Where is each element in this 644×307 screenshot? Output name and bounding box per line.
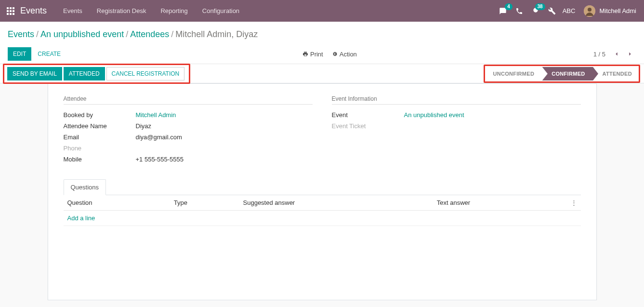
svg-point-10	[588, 8, 591, 12]
status-confirmed-label: CONFIRMED	[552, 71, 585, 77]
user-name: Mitchell Admi	[599, 7, 636, 14]
event-info-group: Event Information Event An unpublished e…	[332, 95, 581, 165]
action-label: Action	[340, 51, 357, 58]
mobile-label: Mobile	[64, 156, 136, 163]
nav-item-configuration[interactable]: Configuration	[196, 1, 246, 20]
user-menu[interactable]: Mitchell Admi	[580, 5, 640, 17]
add-line-button[interactable]: Add a line	[67, 214, 95, 222]
gear-icon	[332, 51, 338, 57]
breadcrumb: Events/ An unpublished event/ Attendees/…	[8, 27, 636, 44]
svg-rect-6	[7, 13, 9, 15]
tab-questions[interactable]: Questions	[64, 179, 106, 195]
booked-by-value[interactable]: Mitchell Admin	[136, 111, 313, 119]
svg-rect-3	[7, 10, 9, 12]
print-button[interactable]: Print	[302, 51, 323, 58]
print-label: Print	[310, 51, 323, 58]
table-row: Add a line	[64, 211, 581, 226]
print-icon	[302, 51, 308, 57]
mobile-value: +1 555-555-5555	[136, 156, 313, 163]
company-selector[interactable]: ABC	[563, 7, 576, 14]
form-area: Attendee Booked by Mitchell Admin Attend…	[0, 83, 644, 300]
phone-label: Phone	[64, 145, 136, 152]
status-confirmed[interactable]: CONFIRMED	[542, 67, 592, 80]
svg-rect-5	[13, 10, 14, 12]
messages-badge: 4	[505, 3, 513, 10]
nav-item-reporting[interactable]: Reporting	[154, 1, 194, 20]
questions-table: Question Type Suggested answer Text answ…	[64, 195, 581, 265]
event-info-group-label: Event Information	[332, 95, 581, 105]
phone-icon[interactable]	[513, 5, 525, 17]
send-by-email-button[interactable]: SEND BY EMAIL	[7, 67, 62, 80]
svg-rect-8	[13, 13, 14, 15]
phone-value	[136, 145, 313, 152]
nav-item-registration-desk[interactable]: Registration Desk	[90, 1, 153, 20]
breadcrumb-attendees[interactable]: Attendees	[130, 29, 169, 40]
app-title[interactable]: Events	[20, 6, 47, 16]
status-attended-label: ATTENDED	[603, 71, 632, 77]
top-navbar: Events Events Registration Desk Reportin…	[0, 0, 644, 22]
form-sheet: Attendee Booked by Mitchell Admin Attend…	[48, 83, 597, 300]
svg-rect-7	[10, 13, 12, 15]
status-attended[interactable]: ATTENDED	[593, 67, 637, 80]
email-value: diya@gmail.com	[136, 133, 313, 141]
event-ticket-value	[404, 122, 581, 130]
debug-icon[interactable]	[546, 5, 558, 17]
event-label: Event	[332, 111, 404, 119]
breadcrumb-current: Mitchell Admin, Diyaz	[175, 29, 258, 40]
event-ticket-label: Event Ticket	[332, 122, 404, 130]
breadcrumb-events[interactable]: Events	[8, 29, 34, 40]
attendee-name-label: Attendee Name	[64, 122, 136, 130]
attendee-name-value: Diyaz	[136, 122, 313, 130]
breadcrumb-event[interactable]: An unpublished event	[40, 29, 124, 40]
event-value[interactable]: An unpublished event	[404, 111, 581, 119]
attendee-group-label: Attendee	[64, 95, 313, 105]
action-bar: SEND BY EMAIL ATTENDED CANCEL REGISTRATI…	[0, 64, 644, 83]
booked-by-label: Booked by	[64, 111, 136, 119]
messages-icon[interactable]: 4	[497, 5, 509, 17]
pager-next[interactable]	[624, 49, 636, 59]
cancel-registration-button[interactable]: CANCEL REGISTRATION	[106, 67, 185, 80]
edit-button[interactable]: EDIT	[8, 47, 31, 61]
activities-badge: 38	[535, 3, 545, 10]
attended-button[interactable]: ATTENDED	[64, 67, 105, 80]
col-type[interactable]: Type	[170, 195, 239, 211]
col-options-icon[interactable]: ⋮	[567, 195, 581, 211]
create-button[interactable]: CREATE	[32, 47, 66, 61]
pager-prev[interactable]	[610, 49, 623, 59]
svg-rect-1	[10, 7, 12, 9]
nav-menu: Events Registration Desk Reporting Confi…	[56, 1, 246, 20]
svg-rect-4	[10, 10, 12, 12]
attendee-group: Attendee Booked by Mitchell Admin Attend…	[64, 95, 313, 165]
tabs: Questions	[64, 179, 581, 195]
col-suggested[interactable]: Suggested answer	[239, 195, 433, 211]
svg-rect-0	[7, 7, 9, 9]
col-text-answer[interactable]: Text answer	[433, 195, 567, 211]
avatar	[584, 5, 595, 17]
status-bar-highlight: UNCONFIRMED CONFIRMED ATTENDED	[484, 65, 640, 83]
col-question[interactable]: Question	[64, 195, 170, 211]
action-button[interactable]: Action	[332, 51, 357, 58]
control-panel: Events/ An unpublished event/ Attendees/…	[0, 22, 644, 64]
email-label: Email	[64, 133, 136, 141]
nav-item-events[interactable]: Events	[56, 1, 89, 20]
pager[interactable]: 1 / 5	[593, 51, 605, 58]
activities-icon[interactable]: 38	[530, 5, 541, 17]
apps-icon[interactable]	[4, 4, 17, 18]
status-unconfirmed-label: UNCONFIRMED	[493, 71, 534, 77]
action-buttons-highlight: SEND BY EMAIL ATTENDED CANCEL REGISTRATI…	[3, 64, 190, 84]
svg-rect-2	[13, 7, 14, 9]
status-unconfirmed[interactable]: UNCONFIRMED	[488, 67, 542, 80]
